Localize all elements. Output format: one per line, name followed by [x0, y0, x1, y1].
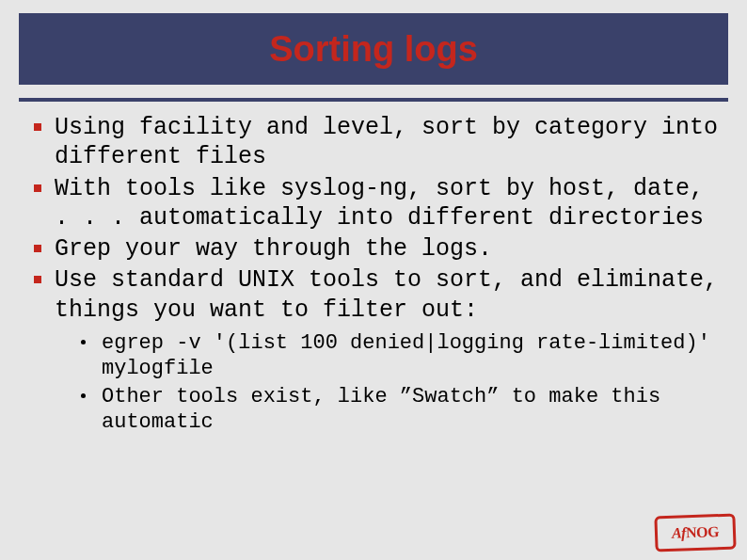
title-band: Sorting logs: [19, 13, 728, 85]
list-item: Other tools exist, like ”Swatch” to make…: [73, 384, 730, 436]
afnog-stamp: AfNOG: [654, 514, 736, 552]
list-item: Grep your way through the logs.: [21, 234, 730, 264]
title-rule: [19, 98, 728, 102]
main-bullet-list: Using facility and level, sort by catego…: [21, 113, 730, 325]
list-item: With tools like syslog-ng, sort by host,…: [21, 174, 730, 233]
stamp-af: Af: [672, 524, 687, 541]
stamp-nog: NOG: [686, 523, 720, 540]
list-item: egrep -v '(list 100 denied|logging rate-…: [73, 330, 730, 382]
stamp-text: AfNOG: [672, 523, 720, 542]
list-item: Using facility and level, sort by catego…: [21, 113, 730, 172]
sub-bullet-list: egrep -v '(list 100 denied|logging rate-…: [73, 330, 730, 436]
slide-title: Sorting logs: [269, 29, 478, 70]
content-area: Using facility and level, sort by catego…: [21, 113, 730, 438]
list-item: Use standard UNIX tools to sort, and eli…: [21, 265, 730, 325]
